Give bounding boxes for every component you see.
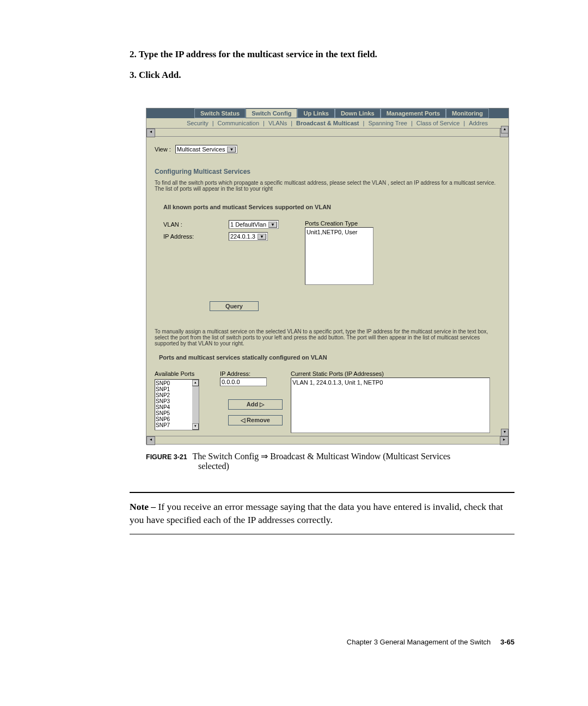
ports-creation-item: Unit1,NETP0, User — [307, 229, 372, 235]
view-select[interactable]: Multicast Services ▼ — [175, 145, 238, 154]
ip-select[interactable]: 224.0.1.3 ▼ — [229, 232, 268, 241]
port-item[interactable]: SNP7 — [156, 422, 192, 428]
remove-button[interactable]: ◁ Remove — [228, 415, 283, 425]
available-ports-label: Available Ports — [155, 370, 220, 377]
scroll-down-icon[interactable]: ▾ — [192, 423, 199, 430]
chevron-down-icon: ▼ — [268, 222, 277, 228]
ip-address-label: IP Address: — [163, 233, 229, 240]
subtab-class-of-service[interactable]: Class of Service — [414, 119, 462, 127]
subtab-address[interactable]: Addres — [467, 119, 490, 127]
port-item[interactable]: SNP1 — [156, 386, 192, 392]
subtab-vlans[interactable]: VLANs — [266, 119, 289, 127]
port-item[interactable]: SNP5 — [156, 410, 192, 416]
ip-address-input[interactable]: 0.0.0.0 — [220, 378, 267, 386]
subheading-known-ports: All known ports and muticast Services su… — [163, 204, 500, 210]
scroll-up-icon[interactable]: ▴ — [192, 380, 199, 386]
port-item[interactable]: SNP4 — [156, 404, 192, 410]
port-item[interactable]: SNP6 — [156, 416, 192, 422]
scroll-left-icon[interactable]: ◂ — [146, 436, 155, 445]
tab-switch-config[interactable]: Switch Config — [246, 108, 297, 118]
available-ports-listbox[interactable]: SNP0 SNP1 SNP2 SNP3 SNP4 SNP5 SNP6 SNP7 … — [155, 379, 199, 430]
ports-creation-listbox[interactable]: Unit1,NETP0, User — [305, 227, 373, 285]
bottom-horizontal-scrollbar[interactable]: ◂ ▸ — [146, 436, 509, 444]
sub-tab-bar: Security| Communication| VLANs| Broadcas… — [146, 118, 509, 128]
vlan-label: VLAN : — [163, 221, 229, 228]
step-2: 2. Type the IP address for the multicast… — [130, 49, 514, 60]
tab-down-links[interactable]: Down Links — [335, 108, 381, 118]
add-button[interactable]: Add ▷ — [228, 399, 283, 410]
current-static-ports-label: Current Static Ports (IP Addresses) — [291, 370, 500, 377]
section-title-configuring: Configuring Multicast Services — [155, 168, 500, 175]
scroll-up-icon[interactable]: ▴ — [501, 126, 509, 133]
view-select-value: Multicast Services — [177, 146, 225, 153]
embedded-screenshot: Switch Status Switch Config Up Links Dow… — [146, 108, 509, 445]
note-prefix: Note – — [130, 501, 158, 512]
page-number: 3-65 — [500, 638, 514, 646]
figure-text-line2: selected) — [198, 461, 229, 471]
note-text: If you receive an error message saying t… — [130, 501, 503, 525]
ip-value: 224.0.1.3 — [230, 233, 255, 240]
subtab-broadcast-multicast[interactable]: Broadcast & Multicast — [294, 119, 362, 127]
ports-creation-label: Ports Creation Type — [305, 220, 373, 227]
current-static-port-item: VLAN 1, 224.0.1.3, Unit 1, NETP0 — [292, 379, 488, 386]
current-static-ports-listbox[interactable]: VLAN 1, 224.0.1.3, Unit 1, NETP0 — [291, 378, 490, 433]
info-text-1: To find all the switch ports which propa… — [155, 180, 500, 192]
figure-number: FIGURE 3-21 — [146, 453, 187, 461]
note-block: Note – If you receive an error message s… — [130, 492, 514, 534]
tab-up-links[interactable]: Up Links — [297, 108, 334, 118]
port-item[interactable]: SNP2 — [156, 392, 192, 398]
scroll-right-icon[interactable]: ▸ — [500, 436, 509, 445]
port-item[interactable]: SNP0 — [156, 380, 192, 386]
top-tab-bar: Switch Status Switch Config Up Links Dow… — [146, 108, 509, 118]
top-horizontal-scrollbar[interactable]: ◂ ▸ — [146, 128, 509, 137]
info-text-2: To manually assign a multicast service o… — [155, 328, 500, 346]
chevron-down-icon: ▼ — [258, 234, 266, 240]
subtab-security[interactable]: Security — [185, 119, 211, 127]
figure-text-line1: The Switch Config ⇒ Broadcast & Multicas… — [192, 452, 450, 461]
tab-management-ports[interactable]: Management Ports — [381, 108, 446, 118]
chevron-down-icon: ▼ — [227, 147, 236, 153]
page-footer: Chapter 3 General Management of the Swit… — [130, 638, 514, 646]
port-list-scrollbar[interactable]: ▴ ▾ — [192, 380, 199, 430]
subtab-spanning-tree[interactable]: Spanning Tree — [366, 119, 409, 127]
chapter-label: Chapter 3 General Management of the Swit… — [347, 638, 491, 646]
figure-caption: FIGURE 3-21 The Switch Config ⇒ Broadcas… — [146, 451, 514, 471]
port-item[interactable]: SNP3 — [156, 398, 192, 404]
ip-address-label-2: IP Address: — [220, 370, 291, 377]
view-label: View : — [155, 146, 171, 153]
subtab-communication[interactable]: Communication — [216, 119, 261, 127]
tab-monitoring[interactable]: Monitoring — [446, 108, 489, 118]
vlan-value: 1 DefaultVlan — [230, 221, 266, 228]
tab-switch-status[interactable]: Switch Status — [194, 108, 246, 118]
step-3: 3. Click Add. — [130, 70, 514, 81]
query-button[interactable]: Query — [210, 301, 259, 311]
scroll-left-icon[interactable]: ◂ — [146, 129, 155, 137]
vlan-select[interactable]: 1 DefaultVlan ▼ — [229, 220, 279, 229]
subheading-static-ports: Ports and multicast services statically … — [159, 354, 500, 361]
